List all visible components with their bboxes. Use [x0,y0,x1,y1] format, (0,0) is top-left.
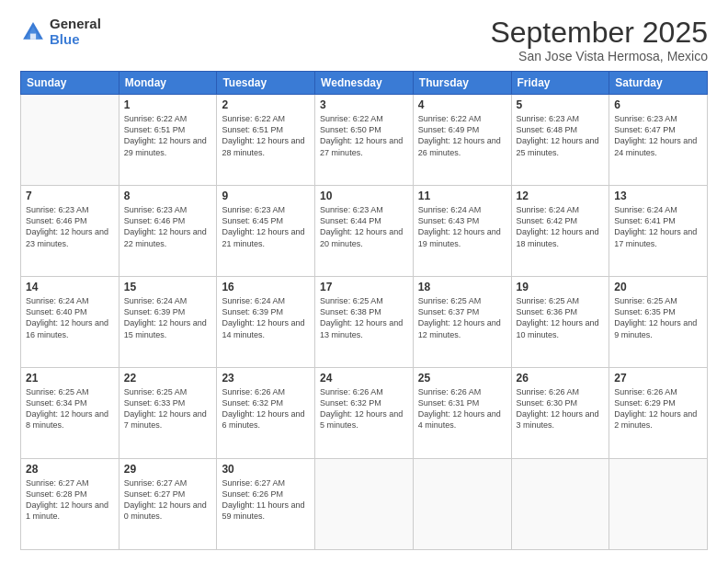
calendar-cell: 2Sunrise: 6:22 AM Sunset: 6:51 PM Daylig… [217,95,315,186]
svg-rect-2 [30,33,36,39]
calendar-cell [609,459,708,550]
location-subtitle: San Jose Vista Hermosa, Mexico [490,49,708,63]
logo-general-text: General [50,17,101,32]
day-info: Sunrise: 6:27 AM Sunset: 6:27 PM Dayligh… [124,477,212,523]
day-number: 22 [124,372,212,385]
day-number: 2 [222,98,310,111]
day-info: Sunrise: 6:25 AM Sunset: 6:36 PM Dayligh… [517,295,605,340]
day-info: Sunrise: 6:27 AM Sunset: 6:28 PM Dayligh… [26,477,114,523]
month-title: September 2025 [490,17,708,49]
day-number: 1 [124,98,212,111]
calendar-cell: 20Sunrise: 6:25 AM Sunset: 6:35 PM Dayli… [609,277,708,368]
calendar-cell: 12Sunrise: 6:24 AM Sunset: 6:42 PM Dayli… [511,186,609,277]
logo: General Blue [20,17,101,47]
calendar-cell: 13Sunrise: 6:24 AM Sunset: 6:41 PM Dayli… [609,186,708,277]
day-info: Sunrise: 6:23 AM Sunset: 6:48 PM Dayligh… [517,113,605,158]
day-number: 21 [26,372,114,385]
day-info: Sunrise: 6:25 AM Sunset: 6:38 PM Dayligh… [320,295,408,340]
day-info: Sunrise: 6:23 AM Sunset: 6:46 PM Dayligh… [124,204,212,249]
day-info: Sunrise: 6:26 AM Sunset: 6:31 PM Dayligh… [418,386,506,431]
calendar-cell: 14Sunrise: 6:24 AM Sunset: 6:40 PM Dayli… [21,277,119,368]
calendar-week-4: 21Sunrise: 6:25 AM Sunset: 6:34 PM Dayli… [21,368,708,459]
day-number: 26 [517,372,605,385]
day-info: Sunrise: 6:23 AM Sunset: 6:46 PM Dayligh… [26,204,114,249]
calendar-cell [315,459,414,550]
calendar-cell: 8Sunrise: 6:23 AM Sunset: 6:46 PM Daylig… [119,186,217,277]
col-saturday: Saturday [609,72,708,95]
day-info: Sunrise: 6:25 AM Sunset: 6:37 PM Dayligh… [418,295,506,340]
col-tuesday: Tuesday [217,72,315,95]
calendar-cell: 6Sunrise: 6:23 AM Sunset: 6:47 PM Daylig… [609,95,708,186]
calendar-week-1: 1Sunrise: 6:22 AM Sunset: 6:51 PM Daylig… [21,95,708,186]
day-info: Sunrise: 6:23 AM Sunset: 6:44 PM Dayligh… [320,204,408,249]
day-number: 25 [418,372,506,385]
col-sunday: Sunday [21,72,119,95]
day-info: Sunrise: 6:25 AM Sunset: 6:35 PM Dayligh… [614,295,702,340]
calendar-cell: 18Sunrise: 6:25 AM Sunset: 6:37 PM Dayli… [413,277,511,368]
col-monday: Monday [119,72,217,95]
day-number: 5 [517,98,605,111]
calendar-cell: 5Sunrise: 6:23 AM Sunset: 6:48 PM Daylig… [511,95,609,186]
day-number: 30 [222,463,310,476]
day-info: Sunrise: 6:24 AM Sunset: 6:43 PM Dayligh… [418,204,506,249]
day-number: 11 [418,190,506,202]
day-info: Sunrise: 6:22 AM Sunset: 6:51 PM Dayligh… [222,113,310,158]
day-info: Sunrise: 6:25 AM Sunset: 6:34 PM Dayligh… [26,386,114,431]
logo-icon [20,19,46,45]
day-info: Sunrise: 6:25 AM Sunset: 6:33 PM Dayligh… [124,386,212,431]
calendar-cell: 24Sunrise: 6:26 AM Sunset: 6:32 PM Dayli… [315,368,414,459]
calendar-cell: 10Sunrise: 6:23 AM Sunset: 6:44 PM Dayli… [315,186,414,277]
day-info: Sunrise: 6:23 AM Sunset: 6:47 PM Dayligh… [614,113,702,158]
calendar-cell: 15Sunrise: 6:24 AM Sunset: 6:39 PM Dayli… [119,277,217,368]
calendar-cell: 30Sunrise: 6:27 AM Sunset: 6:26 PM Dayli… [217,459,315,550]
day-number: 29 [124,463,212,476]
header-row: Sunday Monday Tuesday Wednesday Thursday… [21,72,708,95]
day-number: 28 [26,463,114,476]
day-info: Sunrise: 6:24 AM Sunset: 6:39 PM Dayligh… [124,295,212,340]
day-number: 9 [222,190,310,202]
day-number: 16 [222,281,310,293]
day-number: 23 [222,372,310,385]
calendar-cell: 28Sunrise: 6:27 AM Sunset: 6:28 PM Dayli… [21,459,119,550]
day-info: Sunrise: 6:24 AM Sunset: 6:40 PM Dayligh… [26,295,114,340]
day-number: 18 [418,281,506,293]
day-info: Sunrise: 6:26 AM Sunset: 6:32 PM Dayligh… [222,386,310,431]
day-number: 13 [614,190,702,202]
calendar-cell: 1Sunrise: 6:22 AM Sunset: 6:51 PM Daylig… [119,95,217,186]
col-thursday: Thursday [413,72,511,95]
calendar-cell: 29Sunrise: 6:27 AM Sunset: 6:27 PM Dayli… [119,459,217,550]
day-number: 27 [614,372,702,385]
calendar-cell: 7Sunrise: 6:23 AM Sunset: 6:46 PM Daylig… [21,186,119,277]
logo-text: General Blue [50,17,101,47]
title-block: September 2025 San Jose Vista Hermosa, M… [490,17,708,63]
logo-blue-text: Blue [50,32,101,48]
calendar-cell: 27Sunrise: 6:26 AM Sunset: 6:29 PM Dayli… [609,368,708,459]
day-number: 4 [418,98,506,111]
day-number: 8 [124,190,212,202]
calendar-cell [511,459,609,550]
day-number: 7 [26,190,114,202]
day-number: 24 [320,372,408,385]
calendar-cell: 26Sunrise: 6:26 AM Sunset: 6:30 PM Dayli… [511,368,609,459]
day-number: 14 [26,281,114,293]
day-number: 20 [614,281,702,293]
day-info: Sunrise: 6:22 AM Sunset: 6:50 PM Dayligh… [320,113,408,158]
calendar-cell: 16Sunrise: 6:24 AM Sunset: 6:39 PM Dayli… [217,277,315,368]
calendar-week-5: 28Sunrise: 6:27 AM Sunset: 6:28 PM Dayli… [21,459,708,550]
day-info: Sunrise: 6:26 AM Sunset: 6:30 PM Dayligh… [517,386,605,431]
calendar-cell: 3Sunrise: 6:22 AM Sunset: 6:50 PM Daylig… [315,95,414,186]
col-friday: Friday [511,72,609,95]
page: General Blue September 2025 San Jose Vis… [0,0,728,563]
day-number: 10 [320,190,408,202]
calendar-cell: 23Sunrise: 6:26 AM Sunset: 6:32 PM Dayli… [217,368,315,459]
calendar-cell: 9Sunrise: 6:23 AM Sunset: 6:45 PM Daylig… [217,186,315,277]
day-info: Sunrise: 6:22 AM Sunset: 6:51 PM Dayligh… [124,113,212,158]
calendar-cell: 21Sunrise: 6:25 AM Sunset: 6:34 PM Dayli… [21,368,119,459]
col-wednesday: Wednesday [315,72,414,95]
day-info: Sunrise: 6:26 AM Sunset: 6:29 PM Dayligh… [614,386,702,431]
day-info: Sunrise: 6:24 AM Sunset: 6:42 PM Dayligh… [517,204,605,249]
day-number: 15 [124,281,212,293]
calendar-cell: 4Sunrise: 6:22 AM Sunset: 6:49 PM Daylig… [413,95,511,186]
calendar-cell: 25Sunrise: 6:26 AM Sunset: 6:31 PM Dayli… [413,368,511,459]
calendar-body: 1Sunrise: 6:22 AM Sunset: 6:51 PM Daylig… [21,95,708,550]
